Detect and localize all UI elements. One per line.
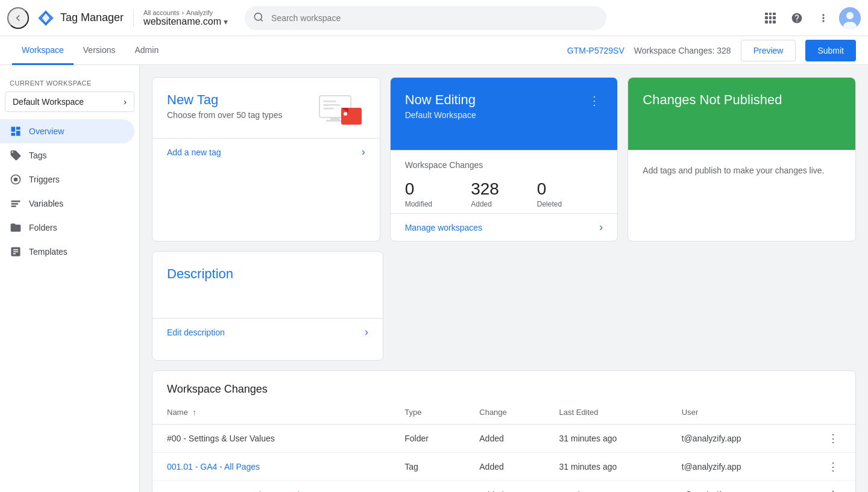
logo-icon xyxy=(36,8,55,28)
cell-row-actions: ⋮ xyxy=(792,481,855,493)
description-title: Description xyxy=(167,266,368,282)
cell-user: t@analyzify.app xyxy=(667,481,793,493)
cell-user: t@analyzify.app xyxy=(667,425,793,453)
add-new-tag-action[interactable]: Add a new tag › xyxy=(153,138,380,166)
now-editing-card: Now Editing Default Workspace ⋮ xyxy=(391,78,618,150)
search-icon xyxy=(253,11,264,24)
cell-type: Tag xyxy=(390,481,465,493)
cell-user: t@analyzify.app xyxy=(667,453,793,481)
tab-admin[interactable]: Admin xyxy=(125,36,168,65)
nav-right: GTM-P5729SV Workspace Changes: 328 Previ… xyxy=(567,40,856,61)
top-nav: Tag Manager All accounts › Analyzify web… xyxy=(0,0,868,36)
more-options-button[interactable] xyxy=(813,7,834,29)
cell-name[interactable]: 001.02 - GA4 - Event - View Item List xyxy=(153,481,390,493)
cell-type: Folder xyxy=(390,425,465,453)
changes-table: Name ↑ Type Change Last Edited User #00 … xyxy=(153,400,855,492)
stat-added: 328 Added xyxy=(471,179,537,208)
new-tag-card: New Tag Choose from over 50 tag types xyxy=(152,77,380,241)
col-actions xyxy=(792,400,855,425)
now-editing-combined: Now Editing Default Workspace ⋮ Workspac… xyxy=(390,77,618,241)
table-body: #00 - Settings & User ValuesFolderAdded3… xyxy=(153,425,855,493)
add-new-tag-chevron: › xyxy=(362,146,365,158)
help-button[interactable] xyxy=(786,7,808,29)
cell-name: #00 - Settings & User Values xyxy=(153,425,390,453)
stat-modified-value: 0 xyxy=(405,179,471,199)
svg-point-16 xyxy=(344,112,347,116)
edit-description-label: Edit description xyxy=(167,328,225,337)
edit-description-action[interactable]: Edit description › xyxy=(153,318,383,346)
changes-not-published-header: Changes Not Published xyxy=(628,78,855,150)
account-path: All accounts › Analyzify websitename.com… xyxy=(133,9,228,27)
sort-arrow-name: ↑ xyxy=(192,408,197,417)
manage-workspaces-action[interactable]: Manage workspaces › xyxy=(391,213,618,241)
stat-modified: 0 Modified xyxy=(405,179,471,208)
domain-selector[interactable]: websitename.com ▾ xyxy=(143,16,228,27)
search-input[interactable] xyxy=(245,6,606,30)
sidebar-item-tags[interactable]: Tags xyxy=(0,143,134,167)
templates-icon xyxy=(10,246,22,258)
cards-row-2: Description Edit description › xyxy=(152,251,856,361)
stat-deleted-value: 0 xyxy=(537,179,603,199)
current-workspace-label: CURRENT WORKSPACE xyxy=(0,70,139,89)
stat-deleted: 0 Deleted xyxy=(537,179,603,208)
account-breadcrumb: All accounts › Analyzify xyxy=(143,9,228,16)
changes-table-card: Workspace Changes Name ↑ Type Change Las… xyxy=(152,370,856,492)
sidebar-item-overview[interactable]: Overview xyxy=(0,119,134,143)
changes-not-published-title: Changes Not Published xyxy=(643,92,841,108)
description-card-inner: Description Edit description › xyxy=(167,266,368,346)
stat-modified-label: Modified xyxy=(405,200,471,208)
cell-change: Added xyxy=(465,453,544,481)
gtm-id[interactable]: GTM-P5729SV xyxy=(567,46,624,55)
cards-row-2-right xyxy=(393,251,856,361)
col-change: Change xyxy=(465,400,544,425)
svg-rect-7 xyxy=(11,203,19,205)
back-button[interactable] xyxy=(7,7,29,29)
preview-button[interactable]: Preview xyxy=(741,40,796,61)
table-row: 001.01 - GA4 - All PagesTagAdded31 minut… xyxy=(153,453,855,481)
tab-versions[interactable]: Versions xyxy=(74,36,125,65)
sidebar-item-variables[interactable]: Variables xyxy=(0,192,134,216)
triggers-icon xyxy=(10,173,22,185)
sidebar-item-label-overview: Overview xyxy=(29,126,64,136)
col-name[interactable]: Name ↑ xyxy=(153,400,390,425)
apps-grid-button[interactable] xyxy=(760,7,781,29)
svg-point-0 xyxy=(254,13,262,20)
user-avatar[interactable] xyxy=(839,7,861,29)
new-tag-title: New Tag xyxy=(167,92,282,108)
col-user: User xyxy=(667,400,793,425)
row-menu-button[interactable]: ⋮ xyxy=(825,487,841,492)
table-row: 001.02 - GA4 - Event - View Item ListTag… xyxy=(153,481,855,493)
svg-rect-12 xyxy=(323,101,336,102)
cell-change: Added xyxy=(465,425,544,453)
manage-workspaces-label: Manage workspaces xyxy=(405,223,482,232)
sidebar: CURRENT WORKSPACE Default Workspace › Ov… xyxy=(0,65,140,492)
edit-description-chevron: › xyxy=(365,326,368,338)
stat-added-label: Added xyxy=(471,200,537,208)
top-nav-actions xyxy=(760,7,861,29)
sidebar-item-triggers[interactable]: Triggers xyxy=(0,167,134,192)
sidebar-item-templates[interactable]: Templates xyxy=(0,240,134,264)
stat-added-value: 328 xyxy=(471,179,537,199)
changes-not-published-body: Add tags and publish to make your change… xyxy=(628,150,855,192)
secondary-nav: Workspace Versions Admin GTM-P5729SV Wor… xyxy=(0,36,868,65)
cell-name[interactable]: 001.01 - GA4 - All Pages xyxy=(153,453,390,481)
tags-icon xyxy=(10,149,22,161)
submit-button[interactable]: Submit xyxy=(805,40,856,61)
tag-monitor-icon xyxy=(317,92,365,128)
row-menu-button[interactable]: ⋮ xyxy=(825,458,841,475)
now-editing-more-button[interactable]: ⋮ xyxy=(586,92,603,109)
cell-change: Added xyxy=(465,481,544,493)
sidebar-item-folders[interactable]: Folders xyxy=(0,216,134,240)
now-editing-title: Now Editing xyxy=(405,92,476,108)
new-tag-description: Choose from over 50 tag types xyxy=(167,110,282,120)
tab-workspace[interactable]: Workspace xyxy=(12,36,74,65)
description-card: Description Edit description › xyxy=(152,251,383,361)
manage-workspaces-chevron: › xyxy=(599,221,603,234)
table-row: #00 - Settings & User ValuesFolderAdded3… xyxy=(153,425,855,453)
main-content: New Tag Choose from over 50 tag types xyxy=(140,65,868,492)
row-menu-button[interactable]: ⋮ xyxy=(825,430,841,447)
cell-last-edited: 31 minutes ago xyxy=(545,453,667,481)
svg-rect-15 xyxy=(341,108,362,125)
workspace-selector[interactable]: Default Workspace › xyxy=(5,92,134,112)
cards-row: New Tag Choose from over 50 tag types xyxy=(152,77,856,241)
